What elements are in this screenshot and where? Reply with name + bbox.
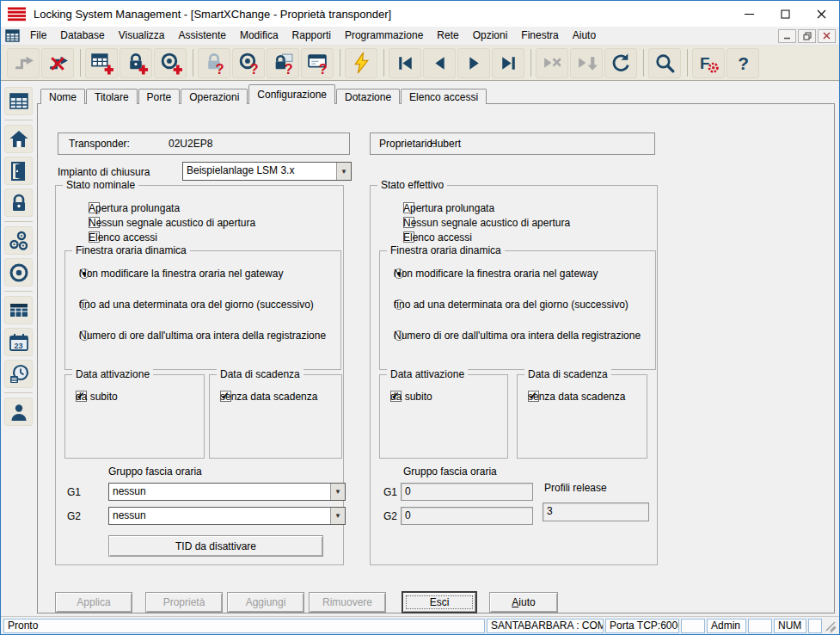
actual-checkbox-nessun-segnale[interactable]: Nessun segnale acustico di apertura: [403, 217, 414, 228]
tid-deactivate-button[interactable]: TID da disattivare: [108, 535, 323, 557]
nominal-activation-groupbox: Data attivazione da subito: [64, 374, 205, 459]
menu-finestra[interactable]: Finestra: [514, 28, 565, 44]
close-button[interactable]: [803, 1, 839, 27]
previous-record-button[interactable]: [423, 48, 456, 78]
sidebar-lock-button[interactable]: [4, 188, 33, 217]
next-record-button[interactable]: [457, 48, 490, 78]
time-plan-icon: [8, 363, 30, 385]
resize-grip[interactable]: [825, 619, 837, 633]
filter-settings-button[interactable]: F: [692, 48, 725, 78]
locking-system-value: Beispielanlage LSM 3.x: [183, 163, 336, 180]
nominal-checkbox-senza-scadenza[interactable]: senza data scadenza: [220, 391, 231, 402]
nominal-radio-no-change[interactable]: Non modificare la finestra oraria nel ga…: [79, 268, 89, 279]
tab-nome[interactable]: Nome: [40, 89, 85, 104]
tab-configurazione[interactable]: Configurazione: [248, 84, 335, 104]
chevron-down-icon[interactable]: ▼: [330, 508, 345, 524]
sidebar-transponder-group-button[interactable]: [4, 226, 33, 255]
exit-button[interactable]: Esci: [402, 592, 476, 613]
mdi-minimize-button[interactable]: [778, 29, 796, 43]
connect-button[interactable]: [7, 48, 40, 78]
mdi-close-button[interactable]: [818, 29, 836, 43]
expiry-title: Data di scadenza: [217, 368, 304, 380]
menu-programmazione[interactable]: Programmazione: [338, 28, 430, 44]
status-user: Admin: [707, 619, 746, 633]
remove-button: Rimuovere: [309, 592, 386, 613]
menu-modifica[interactable]: Modifica: [233, 28, 285, 44]
actual-radio-until-hour[interactable]: fino ad una determinata ora del giorno (…: [394, 299, 404, 310]
search-button[interactable]: [648, 48, 681, 78]
read-transponder-button[interactable]: ?: [232, 48, 265, 78]
sidebar-time-plan-button[interactable]: [4, 360, 33, 388]
nominal-radio-hours-since[interactable]: Numero di ore dall'ultima ora intera del…: [79, 330, 89, 341]
nominal-time-group-title: Gruppo fascia oraria: [108, 465, 202, 478]
execute-programming-button[interactable]: [570, 48, 603, 78]
nominal-radio-until-hour[interactable]: fino ad una determinata ora del giorno (…: [79, 299, 89, 310]
tab-titolare[interactable]: Titolare: [86, 89, 138, 104]
tab-operazioni[interactable]: Operazioni: [181, 89, 248, 104]
sidebar-home-button[interactable]: [4, 125, 33, 153]
help-button[interactable]: ?: [727, 48, 759, 78]
menu-assistente[interactable]: Assistente: [172, 28, 233, 44]
actual-checkbox-da-subito[interactable]: da subito: [390, 391, 402, 402]
sidebar-matrix-button[interactable]: [4, 87, 33, 115]
first-record-button[interactable]: [389, 48, 421, 78]
chevron-down-icon[interactable]: ▼: [330, 484, 345, 500]
actual-checkbox-senza-scadenza[interactable]: senza data scadenza: [528, 391, 539, 402]
lock-icon: [8, 192, 30, 214]
chevron-down-icon[interactable]: ▼: [336, 163, 351, 180]
status-empty-2: [748, 619, 772, 633]
disconnect-button[interactable]: [41, 48, 74, 78]
menu-opzioni[interactable]: Opzioni: [466, 28, 515, 44]
maximize-button[interactable]: [767, 1, 803, 27]
flash-button[interactable]: [345, 48, 377, 78]
menu-aiuto[interactable]: Aiuto: [566, 28, 603, 44]
menu-visualizza[interactable]: Visualizza: [112, 28, 172, 44]
sidebar-table-button[interactable]: [4, 296, 33, 324]
help-icon: ?: [732, 52, 755, 75]
sidebar-calendar-button[interactable]: 23: [4, 328, 33, 356]
nominal-g2-combo[interactable]: nessun ▼: [108, 507, 346, 525]
actual-radio-hours-since[interactable]: Numero di ore dall'ultima ora intera del…: [394, 330, 404, 341]
read-lock-data-icon: ?: [272, 52, 295, 75]
actual-radio-no-change[interactable]: Non modificare la finestra oraria nel ga…: [394, 268, 404, 279]
sidebar-user-button[interactable]: [4, 398, 33, 426]
locking-system-combo[interactable]: Beispielanlage LSM 3.x ▼: [182, 162, 352, 181]
toolbar: ? ? ? ?: [1, 46, 839, 81]
sidebar-transponder-button[interactable]: [4, 258, 33, 287]
help-button-footer[interactable]: Aiuto: [489, 592, 558, 613]
new-lock-button[interactable]: [120, 48, 152, 78]
new-transponder-button[interactable]: [154, 48, 187, 78]
menu-file[interactable]: File: [23, 28, 53, 44]
read-lock-data-button[interactable]: ?: [267, 48, 299, 78]
tab-porte[interactable]: Porte: [138, 89, 181, 104]
menu-database[interactable]: Database: [53, 28, 111, 44]
menu-rete[interactable]: Rete: [430, 28, 465, 44]
read-lock-icon: ?: [203, 52, 226, 75]
status-connection: SANTABARBARA : COM3: [487, 619, 604, 633]
read-network-icon: ?: [306, 52, 329, 75]
sidebar-door-button[interactable]: [4, 157, 33, 185]
menu-bar: File Database Visualizza Assistente Modi…: [1, 27, 839, 46]
cancel-programming-button[interactable]: [536, 48, 568, 78]
connect-icon: [12, 52, 35, 75]
refresh-button[interactable]: [604, 48, 637, 78]
nominal-checkbox-nessun-segnale[interactable]: Nessun segnale acustico di apertura: [89, 217, 100, 228]
sidebar-separator: [4, 221, 33, 222]
actual-checkbox-elenco-accessi[interactable]: Elenco accessi: [403, 231, 414, 243]
window-title: Locking System Management - [SmartXChang…: [34, 8, 391, 21]
nominal-checkbox-apertura-prolungata[interactable]: Apertura prolungata: [89, 202, 100, 213]
mdi-restore-button[interactable]: [798, 29, 816, 43]
last-record-button[interactable]: [492, 48, 524, 78]
tab-dotazione[interactable]: Dotazione: [336, 89, 400, 104]
actual-checkbox-apertura-prolungata[interactable]: Apertura prolungata: [403, 202, 414, 213]
read-network-button[interactable]: ?: [301, 48, 334, 78]
tab-elenco-accessi[interactable]: Elenco accessi: [401, 89, 487, 104]
read-lock-button[interactable]: ?: [198, 48, 230, 78]
nominal-checkbox-da-subito[interactable]: da subito: [76, 391, 87, 402]
minimize-button[interactable]: [731, 1, 767, 27]
nominal-g1-combo[interactable]: nessun ▼: [108, 483, 346, 501]
new-transponder-icon: [159, 52, 182, 75]
new-locking-system-button[interactable]: [85, 48, 118, 78]
nominal-checkbox-elenco-accessi[interactable]: Elenco accessi: [89, 231, 100, 243]
menu-rapporti[interactable]: Rapporti: [285, 28, 338, 44]
